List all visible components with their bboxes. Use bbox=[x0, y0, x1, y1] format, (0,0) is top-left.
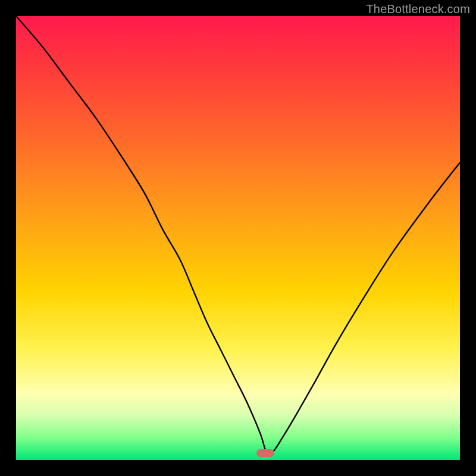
bottleneck-curve bbox=[16, 16, 460, 460]
plot-area bbox=[16, 16, 460, 460]
chart-frame: TheBottleneck.com bbox=[0, 0, 476, 476]
attribution-text: TheBottleneck.com bbox=[366, 2, 470, 16]
optimum-marker bbox=[256, 449, 274, 457]
